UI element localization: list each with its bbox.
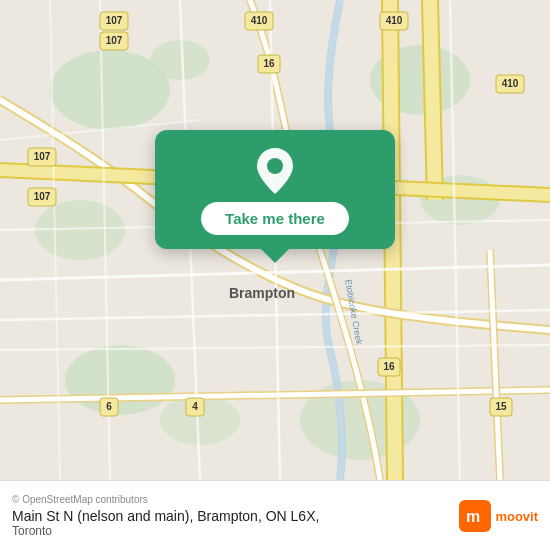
svg-point-35 xyxy=(267,158,283,174)
svg-text:m: m xyxy=(466,508,480,525)
svg-text:15: 15 xyxy=(495,401,507,412)
svg-text:410: 410 xyxy=(386,15,403,26)
moovit-icon: m xyxy=(459,500,491,532)
svg-text:6: 6 xyxy=(106,401,112,412)
svg-text:107: 107 xyxy=(34,151,51,162)
svg-text:410: 410 xyxy=(502,78,519,89)
svg-text:410: 410 xyxy=(251,15,268,26)
attribution-text: OpenStreetMap contributors xyxy=(22,494,148,505)
popup-card: Take me there xyxy=(155,130,395,249)
map-container: 107 107 107 410 410 410 107 16 1 xyxy=(0,0,550,550)
svg-text:16: 16 xyxy=(383,361,395,372)
location-pin-wrapper xyxy=(253,146,297,190)
info-bar: © OpenStreetMap contributors Main St N (… xyxy=(0,480,550,550)
take-me-there-button[interactable]: Take me there xyxy=(201,202,349,235)
svg-text:4: 4 xyxy=(192,401,198,412)
svg-text:Brampton: Brampton xyxy=(229,285,295,301)
location-title: Main St N (nelson and main), Brampton, O… xyxy=(12,508,319,524)
moovit-text: moovit xyxy=(495,509,538,524)
svg-point-6 xyxy=(65,345,175,415)
city-label: Toronto xyxy=(12,524,319,538)
svg-point-2 xyxy=(150,40,210,80)
copyright-icon: © xyxy=(12,494,19,505)
moovit-logo: m moovit xyxy=(459,500,538,532)
svg-text:16: 16 xyxy=(263,58,275,69)
svg-text:107: 107 xyxy=(106,35,123,46)
svg-text:107: 107 xyxy=(34,191,51,202)
svg-text:107: 107 xyxy=(106,15,123,26)
map-pin-icon xyxy=(253,146,297,196)
